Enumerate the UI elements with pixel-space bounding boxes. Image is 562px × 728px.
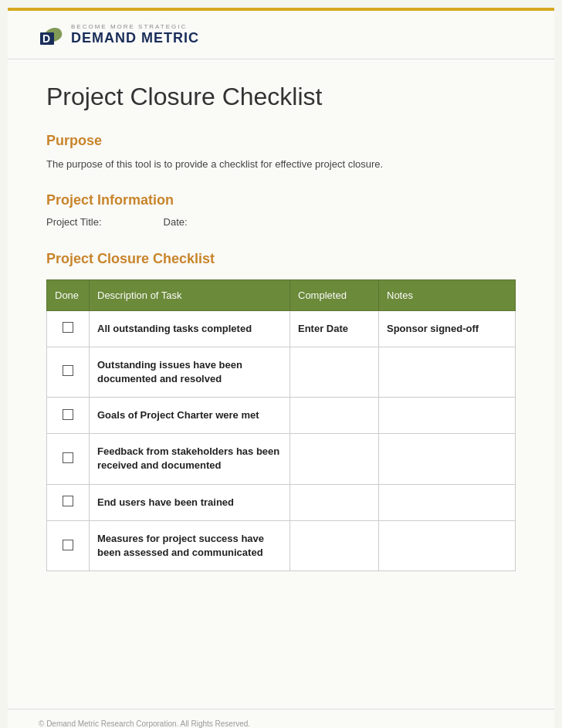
notes-cell[interactable]	[379, 520, 516, 571]
checkbox-cell	[47, 398, 90, 434]
main-content: Project Closure Checklist Purpose The pu…	[8, 59, 554, 602]
notes-cell[interactable]	[379, 347, 516, 397]
purpose-heading: Purpose	[46, 133, 516, 149]
table-row: Feedback from stakeholders has been rece…	[47, 434, 516, 484]
checkbox[interactable]	[63, 365, 73, 376]
checklist-heading: Project Closure Checklist	[46, 251, 516, 267]
task-desc-text: Outstanding issues have been documented …	[97, 359, 242, 384]
logo-name: Demand Metric	[71, 30, 199, 46]
completed-cell[interactable]	[290, 484, 379, 520]
checklist-section: Project Closure Checklist Done Descripti…	[46, 251, 516, 572]
table-row: Goals of Project Charter were met	[47, 398, 516, 434]
logo: D Become More Strategic Demand Metric	[39, 22, 199, 48]
completed-cell[interactable]	[290, 434, 379, 484]
completed-cell[interactable]	[290, 520, 379, 571]
notes-text: Sponsor signed-off	[387, 323, 479, 334]
notes-cell[interactable]: Sponsor signed-off	[379, 310, 516, 347]
footer-text: © Demand Metric Research Corporation. Al…	[39, 720, 250, 728]
task-desc-text: Measures for project success have been a…	[97, 533, 264, 558]
purpose-text: The purpose of this tool is to provide a…	[46, 157, 516, 172]
notes-cell[interactable]	[379, 484, 516, 520]
checkbox-cell	[47, 347, 90, 397]
logo-tagline: Become More Strategic	[71, 23, 199, 30]
date-label: Date:	[164, 216, 188, 228]
task-desc-text: End users have been trained	[97, 496, 234, 508]
svg-text:D: D	[42, 32, 50, 45]
project-title-label: Project Title:	[46, 216, 102, 228]
col-description: Description of Task	[90, 279, 290, 310]
task-description: Feedback from stakeholders has been rece…	[90, 434, 290, 484]
table-row: Measures for project success have been a…	[47, 520, 516, 571]
col-notes: Notes	[379, 279, 516, 310]
task-description: Measures for project success have been a…	[90, 520, 290, 571]
task-desc-text: Goals of Project Charter were met	[97, 409, 259, 421]
footer: © Demand Metric Research Corporation. Al…	[8, 709, 554, 728]
completed-cell[interactable]: Enter Date	[290, 310, 379, 347]
checkbox-cell	[47, 434, 90, 484]
project-info-fields: Project Title: Date:	[46, 216, 516, 228]
project-info-section: Project Information Project Title: Date:	[46, 192, 516, 228]
table-row: All outstanding tasks completedEnter Dat…	[47, 310, 516, 347]
task-description: End users have been trained	[90, 484, 290, 520]
page-title: Project Closure Checklist	[46, 83, 516, 111]
task-desc-text: All outstanding tasks completed	[97, 323, 252, 334]
table-row: End users have been trained	[47, 484, 516, 520]
checklist-table: Done Description of Task Completed Notes…	[46, 279, 516, 572]
checkbox-cell	[47, 310, 90, 347]
checkbox[interactable]	[63, 409, 73, 420]
notes-cell[interactable]	[379, 398, 516, 434]
col-completed: Completed	[290, 279, 379, 310]
logo-icon: D	[39, 22, 65, 48]
completed-cell[interactable]	[290, 347, 379, 397]
table-row: Outstanding issues have been documented …	[47, 347, 516, 397]
table-header-row: Done Description of Task Completed Notes	[47, 279, 516, 310]
purpose-section: Purpose The purpose of this tool is to p…	[46, 133, 516, 172]
col-done: Done	[47, 279, 90, 310]
notes-cell[interactable]	[379, 434, 516, 484]
header: D Become More Strategic Demand Metric	[8, 11, 554, 59]
logo-text: Become More Strategic Demand Metric	[71, 23, 199, 46]
checkbox-cell	[47, 520, 90, 571]
checkbox[interactable]	[63, 322, 73, 333]
task-description: Goals of Project Charter were met	[90, 398, 290, 434]
checkbox[interactable]	[63, 452, 73, 463]
project-info-heading: Project Information	[46, 192, 516, 208]
task-description: All outstanding tasks completed	[90, 310, 290, 347]
checkbox[interactable]	[63, 540, 73, 550]
task-description: Outstanding issues have been documented …	[90, 347, 290, 397]
completed-cell[interactable]	[290, 398, 379, 434]
checkbox-cell	[47, 484, 90, 520]
enter-date-text: Enter Date	[298, 323, 348, 334]
page-container: D Become More Strategic Demand Metric Pr…	[8, 8, 554, 728]
checkbox[interactable]	[63, 496, 73, 506]
task-desc-text: Feedback from stakeholders has been rece…	[97, 445, 279, 471]
